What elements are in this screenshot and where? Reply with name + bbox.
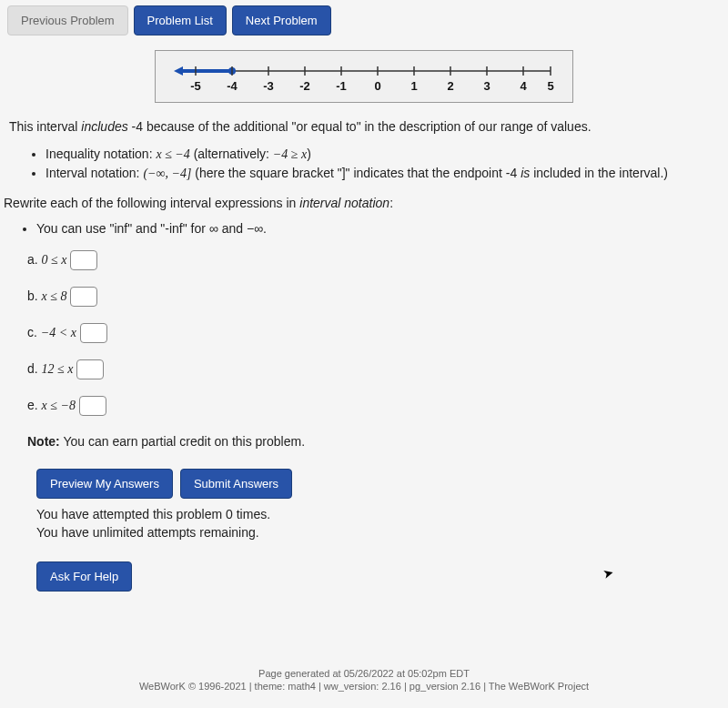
- question-c: c. −4 < x: [27, 323, 712, 343]
- answer-input-a[interactable]: [70, 250, 97, 270]
- question-e: e. x ≤ −8: [27, 396, 712, 416]
- svg-text:-2: -2: [299, 79, 310, 93]
- svg-text:1: 1: [410, 79, 417, 93]
- question-a: a. 0 ≤ x: [27, 250, 712, 270]
- svg-text:-4: -4: [227, 79, 238, 93]
- number-line-graphic: -5 -4 -3 -2 -1 0 1 2 3 4 5: [155, 50, 573, 103]
- partial-credit-note: Note: You can earn partial credit on thi…: [27, 434, 712, 449]
- svg-text:3: 3: [483, 79, 490, 93]
- preview-answers-button[interactable]: Preview My Answers: [36, 469, 173, 499]
- svg-text:-1: -1: [336, 79, 347, 93]
- answer-input-d[interactable]: [76, 359, 104, 379]
- problem-list-button[interactable]: Problem List: [134, 5, 227, 35]
- previous-problem-button[interactable]: Previous Problem: [7, 5, 128, 35]
- answer-input-c[interactable]: [80, 323, 107, 343]
- svg-text:2: 2: [447, 79, 453, 93]
- answer-input-e[interactable]: [79, 396, 106, 416]
- inequality-notation-item: Inequality notation: x ≤ −4 (alternative…: [46, 147, 712, 162]
- rewrite-prompt: Rewrite each of the following interval e…: [4, 196, 712, 210]
- footer-timestamp: Page generated at 05/26/2022 at 05:02pm …: [0, 668, 728, 679]
- attempts-count-text: You have attempted this problem 0 times.: [36, 506, 712, 524]
- footer-credits: WeBWorK © 1996-2021 | theme: math4 | ww_…: [0, 681, 728, 692]
- question-b: b. x ≤ 8: [27, 287, 712, 307]
- interval-notation-item: Interval notation: (−∞, −4] (here the sq…: [46, 166, 712, 181]
- submit-answers-button[interactable]: Submit Answers: [180, 469, 292, 499]
- hint-text: You can use "inf" and "-inf" for ∞ and −…: [36, 221, 712, 236]
- page-footer: Page generated at 05/26/2022 at 05:02pm …: [0, 668, 728, 693]
- svg-text:-5: -5: [190, 79, 201, 93]
- intro-text: This interval includes -4 because of the…: [9, 119, 712, 134]
- svg-text:0: 0: [374, 79, 380, 93]
- ask-for-help-button[interactable]: Ask For Help: [36, 561, 132, 592]
- next-problem-button[interactable]: Next Problem: [232, 5, 331, 35]
- answer-input-b[interactable]: [70, 287, 97, 307]
- svg-text:4: 4: [520, 79, 527, 93]
- svg-text:5: 5: [547, 79, 553, 93]
- svg-text:-3: -3: [263, 79, 274, 93]
- question-d: d. 12 ≤ x: [27, 359, 712, 379]
- attempts-remaining-text: You have unlimited attempts remaining.: [36, 524, 712, 542]
